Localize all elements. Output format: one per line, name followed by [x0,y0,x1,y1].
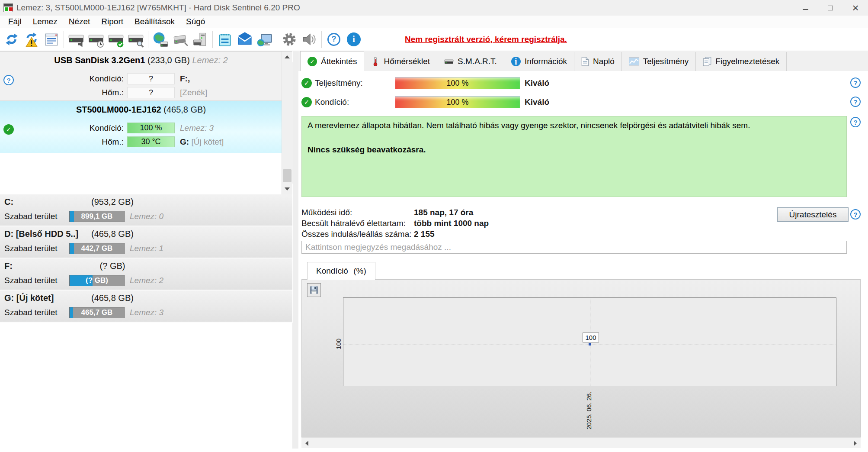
tab-attekintes[interactable]: Áttekintés [300,51,364,71]
tab-teljesitmeny[interactable]: Teljesítmény [622,52,696,71]
tab-naplo[interactable]: Napló [574,52,622,71]
usb-condition-label: Kondíció: [26,74,124,84]
panel-splitter[interactable] [293,51,298,449]
disk-list-scrollbar[interactable] [282,52,292,194]
disk-short-test-button[interactable] [86,29,106,49]
globe-disk-icon [152,31,169,48]
scroll-up-button[interactable] [282,52,292,62]
volume-row-f[interactable]: F: (? GB) Szabad terület (? GB) Lemez: 2 [0,258,292,291]
disk-status-button[interactable] [106,29,126,49]
usb-help-icon[interactable] [3,75,14,85]
disk-computer-button[interactable] [190,29,210,49]
scroll-down-button[interactable] [282,184,292,194]
selected-disk-item[interactable]: ST500LM000-1EJ162 (465,8 GB) Kondíció: 1… [0,101,282,153]
information-button[interactable] [344,29,364,49]
document-icon [581,57,589,66]
disk-acoustic-icon [68,31,84,48]
comment-input[interactable] [301,241,847,254]
selected-volume-name: [Új kötet] [191,137,224,146]
tab-label: Napló [593,57,615,66]
envelope-icon [237,31,253,48]
x-axis-date-label: 2025. 06. 26. [585,388,593,429]
volume-row-c[interactable]: C: (953,2 GB) Szabad terület 899,1 GB Le… [0,194,292,226]
tab-label: Áttekintés [321,57,357,66]
toolbar-separator [212,31,213,48]
power-on-time-row: Működési idő: 185 nap, 17 óra [301,207,489,218]
selected-temp-label: Hőm.: [26,137,124,147]
arrow-left-icon [305,441,308,446]
volume-size: (465,8 GB) [78,293,147,303]
chart-horizontal-scrollbar[interactable] [301,437,861,448]
condition-chart-panel: 100 100 2025. 06. 26. [301,279,861,437]
retest-button[interactable]: Újratesztelés [777,207,849,222]
sounds-button[interactable] [299,29,319,49]
performance-rating: Kiváló [525,78,549,88]
volume-name: F: [4,261,13,271]
menu-riport[interactable]: Riport [96,16,129,27]
retest-help-icon[interactable] [850,209,861,220]
volume-name: G: [Új kötet] [4,293,54,303]
disk-remove-icon [172,31,189,48]
performance-help-icon[interactable] [850,77,861,88]
disk-ok-icon [3,124,14,135]
selected-disk-name: ST500LM000-1EJ162 [76,105,161,114]
close-button[interactable] [843,0,868,16]
network-disks-button[interactable] [151,29,170,49]
chart-icon [629,57,639,66]
tab-homerseklet[interactable]: Hőmérséklet [364,52,437,71]
selected-drive-letter: G: [180,137,189,146]
settings-button[interactable] [279,29,299,49]
tab-smart[interactable]: S.M.A.R.T. [437,52,504,71]
scroll-right-button[interactable] [850,438,861,449]
selected-condition-bar: 100 % [127,123,175,133]
help-button[interactable] [324,29,344,49]
volume-row-g[interactable]: G: [Új kötet] (465,8 GB) Szabad terület … [0,291,292,323]
floppy-save-icon [309,285,319,295]
usb-device-item[interactable]: USB SanDisk 3.2Gen1 (233,0 GB) Lemez: 2 … [0,52,282,101]
tab-informaciok[interactable]: Információk [504,52,574,71]
notes-button[interactable] [215,29,235,49]
scrollbar-thumb[interactable] [283,169,291,182]
minimize-button[interactable] [793,0,818,16]
disk-acoustic-button[interactable] [66,29,86,49]
disk-remove-button[interactable] [170,29,190,49]
scroll-left-button[interactable] [301,438,312,449]
volume-name: C: [4,197,13,207]
disk-list-panel: USB SanDisk 3.2Gen1 (233,0 GB) Lemez: 2 … [0,51,292,449]
remote-monitor-button[interactable] [255,29,275,49]
toolbar-separator [148,31,148,48]
window-title: Lemez: 3, ST500LM000-1EJ162 [W765MKHT] -… [16,3,300,13]
menu-fajl[interactable]: Fájl [3,16,27,27]
refresh-button[interactable] [2,29,22,49]
email-button[interactable] [235,29,255,49]
chart-save-button[interactable] [307,283,321,297]
refresh-analyse-button[interactable] [22,29,42,49]
disk-list-empty-area [0,153,282,194]
performance-label: Teljesítmény: [315,78,363,88]
health-status-action: Nincs szükség beavatkozásra. [307,145,841,155]
speaker-icon [301,31,317,48]
status-help-icon[interactable] [850,117,861,127]
tab-figyelmeztetesek[interactable]: Figyelmeztetések [696,52,787,71]
menu-sugo[interactable]: Súgó [180,16,211,27]
volume-row-d[interactable]: D: [Belső HDD 5..] (465,8 GB) Szabad ter… [0,226,292,258]
y-axis-tick-label: 100 [335,336,342,353]
stat-value: 185 nap, 17 óra [414,208,473,217]
condition-rating: Kiváló [525,97,549,107]
report-button[interactable] [42,29,61,49]
menu-lemez[interactable]: Lemez [27,16,63,27]
menu-beallitasok[interactable]: Beállítások [129,16,180,27]
pages-icon [703,57,711,66]
data-point-label: 100 [583,333,599,342]
disk-check-icon [108,31,124,48]
disk-surface-test-button[interactable] [126,29,146,49]
chart-tab-kondicio[interactable]: Kondíció (%) [307,262,375,280]
maximize-button[interactable] [818,0,843,16]
gear-icon [281,31,298,48]
free-space-value: 899,1 GB [70,211,124,222]
usb-device-size: (233,0 GB) [147,55,190,65]
registration-notice[interactable]: Nem regisztrált verzió, kérem regisztrál… [405,35,567,44]
condition-help-icon[interactable] [850,97,861,107]
stat-label: Működési idő: [301,208,414,217]
menu-nezet[interactable]: Nézet [63,16,96,27]
